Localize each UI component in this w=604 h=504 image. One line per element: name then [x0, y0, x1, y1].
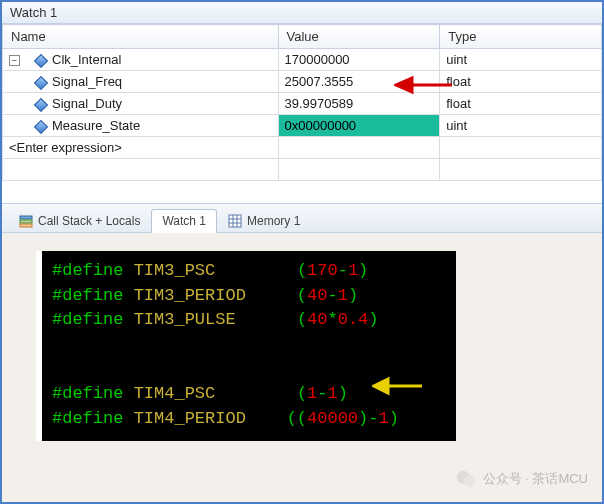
diamond-icon	[34, 53, 48, 67]
table-row[interactable]: Measure_State 0x00000000 uint	[3, 115, 602, 137]
col-name[interactable]: Name	[3, 25, 279, 49]
table-row[interactable]: −Clk_Internal 170000000 uint	[3, 49, 602, 71]
col-type[interactable]: Type	[440, 25, 602, 49]
tab-watch[interactable]: Watch 1	[151, 209, 217, 233]
tab-label: Call Stack + Locals	[38, 214, 140, 228]
svg-rect-1	[20, 220, 32, 223]
table-row[interactable]: Signal_Duty 39.9970589 float	[3, 93, 602, 115]
window-title: Watch 1	[2, 2, 602, 24]
var-name: Clk_Internal	[52, 52, 121, 67]
watermark: 公众号 · 茶话MCU	[455, 468, 588, 490]
svg-rect-2	[20, 224, 32, 227]
enter-expression-label[interactable]: <Enter expression>	[3, 137, 279, 159]
watermark-text: 公众号 · 茶话MCU	[483, 470, 588, 488]
svg-rect-3	[229, 215, 241, 227]
diamond-icon	[34, 119, 48, 133]
tab-call-stack[interactable]: Call Stack + Locals	[8, 209, 151, 232]
var-value[interactable]: 39.9970589	[278, 93, 440, 115]
tab-label: Memory 1	[247, 214, 300, 228]
var-type: float	[440, 93, 602, 115]
watch-table-pane: Name Value Type −Clk_Internal 170000000 …	[2, 24, 602, 181]
var-type: uint	[440, 115, 602, 137]
code-block[interactable]: #define TIM3_PSC (170-1) #define TIM3_PE…	[36, 251, 456, 441]
memory-icon	[228, 214, 242, 228]
var-value[interactable]: 170000000	[278, 49, 440, 71]
svg-point-9	[464, 475, 475, 486]
var-value[interactable]: 25007.3555	[278, 71, 440, 93]
diamond-icon	[34, 75, 48, 89]
var-name: Signal_Duty	[52, 96, 122, 111]
watch-table: Name Value Type −Clk_Internal 170000000 …	[2, 24, 602, 181]
tree-toggle-icon[interactable]: −	[9, 55, 20, 66]
debugger-window: Watch 1 Name Value Type −Clk_Internal 17…	[0, 0, 604, 504]
code-editor-pane: #define TIM3_PSC (170-1) #define TIM3_PE…	[2, 233, 602, 502]
var-name: Measure_State	[52, 118, 140, 133]
wechat-icon	[455, 468, 477, 490]
var-value[interactable]: 0x00000000	[278, 115, 440, 137]
col-value[interactable]: Value	[278, 25, 440, 49]
stack-icon	[19, 214, 33, 228]
enter-expression-row[interactable]: <Enter expression>	[3, 137, 602, 159]
tab-label: Watch 1	[162, 214, 206, 228]
table-row[interactable]: Signal_Freq 25007.3555 float	[3, 71, 602, 93]
diamond-icon	[34, 97, 48, 111]
var-type: float	[440, 71, 602, 93]
bottom-tabs: Call Stack + Locals Watch 1 Memory 1	[2, 203, 602, 233]
var-name: Signal_Freq	[52, 74, 122, 89]
var-type: uint	[440, 49, 602, 71]
tab-memory[interactable]: Memory 1	[217, 209, 311, 232]
svg-rect-0	[20, 216, 32, 219]
